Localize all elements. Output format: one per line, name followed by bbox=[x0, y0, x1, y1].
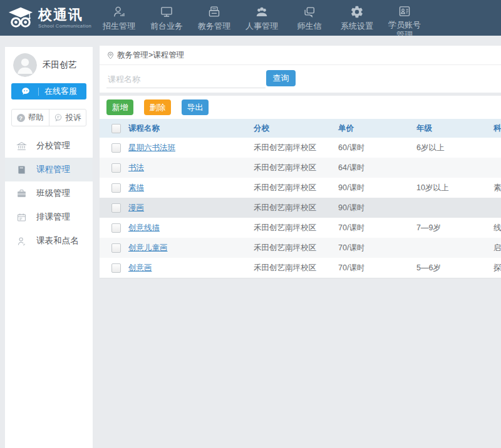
column-header-branch: 分校 bbox=[254, 119, 338, 138]
table-row: 星期六书法班 禾田创艺南坪校区 60/课时 6岁以上 bbox=[100, 138, 501, 158]
brand-name: 校通讯 bbox=[38, 8, 91, 23]
gear-icon bbox=[350, 4, 364, 19]
subject-cell: 素 bbox=[493, 178, 501, 198]
sidebar-item-scheduling[interactable]: 排课管理 bbox=[5, 205, 93, 229]
bank-icon bbox=[16, 141, 27, 151]
row-checkbox[interactable] bbox=[111, 183, 121, 193]
row-checkbox[interactable] bbox=[111, 263, 121, 273]
user-name: 禾田创艺 bbox=[43, 59, 76, 71]
grade-cell: 7—9岁 bbox=[416, 218, 493, 238]
printer-icon bbox=[207, 4, 221, 19]
people-icon bbox=[255, 4, 269, 19]
course-name-input[interactable] bbox=[106, 71, 266, 88]
user-profile: 禾田创艺 bbox=[5, 47, 93, 77]
complaint-button[interactable]: 投诉 bbox=[49, 109, 86, 126]
table-row: 创意线描 禾田创艺南坪校区 70/课时 7—9岁 线 bbox=[100, 218, 501, 238]
nav-item-label: 师生信 bbox=[297, 21, 322, 31]
avatar bbox=[13, 53, 37, 77]
subject-cell: 启 bbox=[493, 238, 501, 258]
export-button[interactable]: 导出 bbox=[182, 99, 209, 115]
sidebar-item-label: 课表和点名 bbox=[36, 235, 79, 247]
add-button[interactable]: 新增 bbox=[106, 99, 133, 115]
nav-item-messages[interactable]: 师生信 bbox=[289, 0, 329, 36]
nav-items: 招生管理 前台业务 教务管理 人事管理 师生信 bbox=[99, 0, 432, 36]
sidebar-item-class-management[interactable]: 班级管理 bbox=[5, 181, 93, 205]
branch-cell: 禾田创艺南坪校区 bbox=[254, 258, 338, 278]
nav-item-label: 人事管理 bbox=[245, 21, 278, 31]
filter-card: 教务管理>课程管理 查询 bbox=[100, 46, 501, 93]
nav-item-hr[interactable]: 人事管理 bbox=[242, 0, 282, 36]
briefcase-icon bbox=[16, 188, 27, 199]
nav-item-label: 招生管理 bbox=[103, 21, 135, 31]
price-cell: 90/课时 bbox=[338, 198, 416, 218]
nav-item-settings[interactable]: 系统设置 bbox=[337, 0, 377, 36]
search-row: 查询 bbox=[100, 65, 501, 93]
help-button[interactable]: ? 帮助 bbox=[12, 109, 49, 126]
sidebar-item-branch-management[interactable]: 分校管理 bbox=[5, 134, 93, 158]
branch-cell: 禾田创艺南坪校区 bbox=[254, 238, 338, 258]
table-row: 创意儿童画 禾田创艺南坪校区 70/课时 启 bbox=[100, 238, 501, 258]
column-header-price: 单价 bbox=[338, 119, 416, 138]
subject-cell: 探 bbox=[493, 258, 501, 278]
sidebar-item-course-management[interactable]: 课程管理 bbox=[5, 158, 93, 181]
roster-icon bbox=[16, 236, 27, 247]
nav-item-student-accounts[interactable]: 学员账号管理 bbox=[385, 0, 425, 36]
query-button[interactable]: 查询 bbox=[266, 70, 296, 86]
book-icon bbox=[16, 165, 27, 175]
nav-item-label: 前台业务 bbox=[150, 21, 183, 31]
column-header-grade: 年级 bbox=[416, 119, 493, 138]
sidebar-item-label: 班级管理 bbox=[36, 188, 70, 199]
top-nav: 校通讯 School Communication 招生管理 前台业务 教务管理 bbox=[0, 0, 501, 36]
course-link[interactable]: 漫画 bbox=[128, 203, 144, 212]
chat-face-icon bbox=[21, 86, 31, 96]
table-row: 漫画 禾田创艺南坪校区 90/课时 bbox=[100, 198, 501, 218]
price-cell: 60/课时 bbox=[338, 138, 416, 158]
delete-button[interactable]: 删除 bbox=[144, 99, 171, 115]
column-header-course-name: 课程名称 bbox=[128, 119, 254, 138]
nav-item-academic[interactable]: 教务管理 bbox=[194, 0, 234, 36]
row-checkbox[interactable] bbox=[111, 223, 121, 233]
price-cell: 70/课时 bbox=[338, 258, 416, 278]
calendar-icon bbox=[16, 212, 27, 223]
course-link[interactable]: 星期六书法班 bbox=[128, 143, 175, 152]
toolbar: 新增 删除 导出 bbox=[100, 99, 501, 115]
row-checkbox[interactable] bbox=[111, 163, 121, 173]
course-link[interactable]: 书法 bbox=[128, 163, 144, 172]
course-link[interactable]: 创意线描 bbox=[128, 223, 160, 232]
help-complaint-row: ? 帮助 投诉 bbox=[11, 109, 86, 126]
nav-item-label: 系统设置 bbox=[341, 21, 373, 31]
table-card: 新增 删除 导出 课程名称 分校 单价 年级 科 星期六书法班 bbox=[100, 96, 501, 278]
grade-cell: 5—6岁 bbox=[416, 258, 493, 278]
monitor-icon bbox=[160, 4, 173, 19]
person-stats-icon bbox=[112, 4, 126, 19]
branch-cell: 禾田创艺南坪校区 bbox=[254, 198, 338, 218]
sidebar-item-timetable-rollcall[interactable]: 课表和点名 bbox=[5, 229, 93, 253]
nav-item-admissions[interactable]: 招生管理 bbox=[99, 0, 139, 36]
table-header-row: 课程名称 分校 单价 年级 科 bbox=[100, 119, 501, 138]
online-service-button[interactable]: 在线客服 bbox=[11, 83, 86, 99]
branch-cell: 禾田创艺南坪校区 bbox=[254, 218, 338, 238]
subject-cell bbox=[493, 158, 501, 178]
price-cell: 64/课时 bbox=[338, 158, 416, 178]
course-link[interactable]: 素描 bbox=[128, 183, 144, 192]
row-checkbox[interactable] bbox=[111, 203, 121, 213]
subject-cell: 线 bbox=[493, 218, 501, 238]
nav-item-front-desk[interactable]: 前台业务 bbox=[147, 0, 187, 36]
column-header-subject: 科 bbox=[493, 119, 501, 138]
price-cell: 70/课时 bbox=[338, 218, 416, 238]
grade-cell: 6岁以上 bbox=[416, 138, 493, 158]
speech-bubble-icon bbox=[54, 113, 63, 122]
branch-cell: 禾田创艺南坪校区 bbox=[254, 138, 338, 158]
select-all-checkbox[interactable] bbox=[111, 124, 121, 133]
id-card-icon bbox=[398, 4, 411, 18]
nav-item-label: 学员账号管理 bbox=[385, 20, 425, 36]
nav-item-label: 教务管理 bbox=[198, 21, 230, 31]
brand-subtitle: School Communication bbox=[38, 23, 91, 29]
price-cell: 70/课时 bbox=[338, 238, 416, 258]
course-link[interactable]: 创意儿童画 bbox=[128, 243, 168, 252]
row-checkbox[interactable] bbox=[111, 143, 121, 153]
table-row: 创意画 禾田创艺南坪校区 70/课时 5—6岁 探 bbox=[100, 258, 501, 278]
grade-cell bbox=[416, 198, 493, 218]
course-link[interactable]: 创意画 bbox=[128, 263, 152, 272]
row-checkbox[interactable] bbox=[111, 243, 121, 253]
